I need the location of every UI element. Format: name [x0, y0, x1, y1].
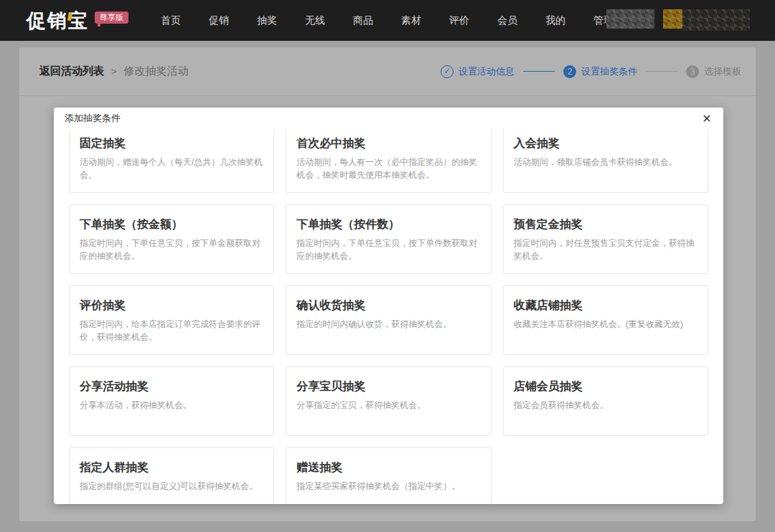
card-title: 首次必中抽奖	[296, 136, 480, 151]
lottery-type-card[interactable]: 评价抽奖 指定时间内，给本店指定订单完成符合要求的评价，获得抽奖机会。	[69, 285, 274, 355]
lottery-type-card[interactable]: 指定人群抽奖 指定的群组(您可以自定义)可以获得抽奖机会。	[69, 447, 274, 504]
nav-menu: 首页促销抽奖无线商品素材评价会员我的管理	[161, 14, 614, 27]
card-desc: 活动期间，每人有一次（必中指定奖品）的抽奖机会，抽奖时最先使用本抽奖机会。	[296, 156, 480, 181]
lottery-type-card[interactable]: 首次必中抽奖 活动期间，每人有一次（必中指定奖品）的抽奖机会，抽奖时最先使用本抽…	[286, 129, 491, 193]
dialog-body: 固定抽奖 活动期间，赠送每个人（每天/总共）几次抽奖机会。 首次必中抽奖 活动期…	[54, 129, 723, 504]
nav-item[interactable]: 评价	[449, 14, 469, 27]
card-title: 指定人群抽奖	[80, 460, 263, 475]
lottery-type-card[interactable]: 收藏店铺抽奖 收藏关注本店获得抽奖机会。(重复收藏无效)	[503, 285, 708, 355]
card-title: 入会抽奖	[514, 136, 698, 151]
lottery-type-card[interactable]: 预售定金抽奖 指定时间内，对任意预售宝贝支付定金，获得抽奖机会。	[503, 204, 708, 274]
card-desc: 分享指定的宝贝，获得抽奖机会。	[296, 399, 480, 412]
card-desc: 收藏关注本店获得抽奖机会。(重复收藏无效)	[514, 318, 698, 331]
lottery-type-grid: 固定抽奖 活动期间，赠送每个人（每天/总共）几次抽奖机会。 首次必中抽奖 活动期…	[69, 129, 708, 504]
nav-item[interactable]: 我的	[545, 14, 565, 27]
card-desc: 指定时间内，对任意预售宝贝支付定金，获得抽奖机会。	[514, 237, 698, 262]
lottery-type-card[interactable]: 赠送抽奖 指定某些买家获得抽奖机会（指定中奖）。	[286, 447, 491, 504]
app-logo[interactable]: 促销宝 尊享版	[27, 10, 128, 32]
edition-badge: 尊享版	[95, 11, 128, 24]
dialog-title: 添加抽奖条件	[65, 112, 121, 125]
card-title: 下单抽奖（按金额）	[80, 217, 263, 232]
close-icon[interactable]: ✕	[699, 111, 715, 127]
nav-item[interactable]: 商品	[353, 14, 373, 27]
redacted-user-block	[606, 9, 654, 29]
card-title: 店铺会员抽奖	[514, 379, 698, 394]
lottery-type-card[interactable]: 下单抽奖（按金额） 指定时间内，下单任意宝贝，按下单金额获取对应的抽奖机会。	[69, 204, 274, 274]
card-desc: 指定的群组(您可以自定义)可以获得抽奖机会。	[80, 480, 263, 493]
card-title: 固定抽奖	[80, 136, 263, 151]
nav-item[interactable]: 素材	[401, 14, 421, 27]
card-title: 赠送抽奖	[296, 460, 480, 475]
nav-item[interactable]: 首页	[161, 14, 181, 27]
lottery-type-card[interactable]: 分享活动抽奖 分享本活动，获得抽奖机会。	[69, 366, 274, 436]
lottery-type-card[interactable]: 店铺会员抽奖 指定会员获得抽奖机会。	[503, 366, 708, 436]
card-desc: 指定会员获得抽奖机会。	[514, 399, 698, 412]
card-desc: 指定某些买家获得抽奖机会（指定中奖）。	[296, 480, 480, 493]
dialog-header: 添加抽奖条件 ✕	[54, 108, 723, 129]
card-desc: 指定时间内，下单任意宝贝，按下单金额获取对应的抽奖机会。	[80, 237, 263, 262]
card-desc: 指定的时间内确认收货，获得抽奖机会。	[296, 318, 480, 331]
card-title: 收藏店铺抽奖	[514, 298, 698, 313]
redacted-avatar-block	[663, 9, 682, 29]
card-title: 分享活动抽奖	[80, 379, 263, 394]
nav-item[interactable]: 无线	[305, 14, 325, 27]
redacted-account-block	[682, 9, 750, 31]
card-desc: 指定时间内，下单任意宝贝，按下单件数获取对应的抽奖机会。	[296, 237, 480, 262]
card-desc: 分享本活动，获得抽奖机会。	[80, 399, 263, 412]
top-navbar: 促销宝 尊享版 首页促销抽奖无线商品素材评价会员我的管理	[0, 0, 775, 41]
card-desc: 指定时间内，给本店指定订单完成符合要求的评价，获得抽奖机会。	[80, 318, 263, 343]
lottery-type-card[interactable]: 确认收货抽奖 指定的时间内确认收货，获得抽奖机会。	[286, 285, 491, 355]
card-title: 确认收货抽奖	[296, 298, 480, 313]
lottery-type-card[interactable]: 分享宝贝抽奖 分享指定的宝贝，获得抽奖机会。	[286, 366, 491, 436]
lottery-type-card[interactable]: 入会抽奖 活动期间，领取店铺会员卡获得抽奖机会。	[503, 129, 708, 193]
lottery-type-card[interactable]: 下单抽奖（按件数） 指定时间内，下单任意宝贝，按下单件数获取对应的抽奖机会。	[286, 204, 491, 274]
lottery-type-card[interactable]: 固定抽奖 活动期间，赠送每个人（每天/总共）几次抽奖机会。	[69, 129, 274, 193]
nav-item[interactable]: 促销	[209, 14, 229, 27]
card-title: 预售定金抽奖	[514, 217, 698, 232]
logo-text: 促销宝	[27, 10, 89, 32]
nav-item[interactable]: 会员	[497, 14, 517, 27]
card-desc: 活动期间，领取店铺会员卡获得抽奖机会。	[514, 156, 698, 168]
card-title: 下单抽奖（按件数）	[296, 217, 480, 232]
nav-item[interactable]: 抽奖	[257, 14, 277, 27]
add-lottery-condition-dialog: 添加抽奖条件 ✕ 固定抽奖 活动期间，赠送每个人（每天/总共）几次抽奖机会。 首…	[54, 108, 723, 504]
card-title: 评价抽奖	[80, 298, 263, 313]
card-title: 分享宝贝抽奖	[296, 379, 480, 394]
card-desc: 活动期间，赠送每个人（每天/总共）几次抽奖机会。	[80, 156, 263, 181]
